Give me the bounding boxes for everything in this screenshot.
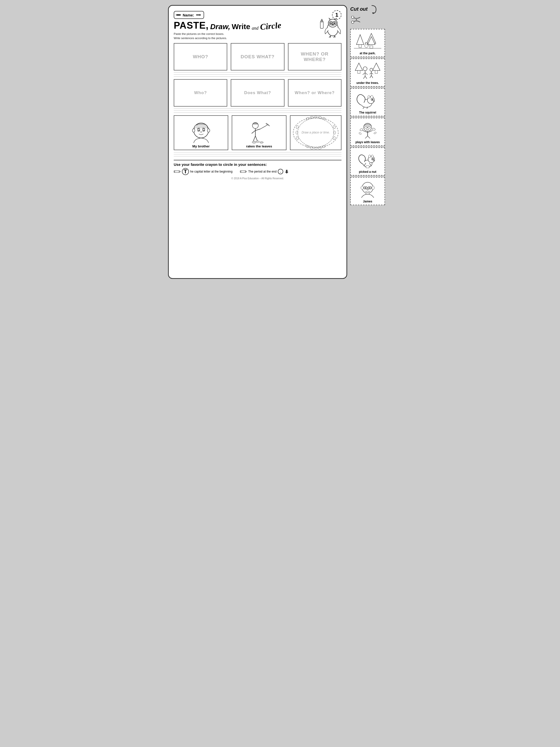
- writing-lines-2: [174, 108, 342, 113]
- cutout-label-6: James: [363, 200, 372, 203]
- writing-lines-1: [174, 73, 342, 77]
- cut-out-strip: Cut out: [347, 5, 387, 279]
- section2-does-what-box: Does What?: [231, 79, 284, 107]
- svg-point-55: [310, 147, 313, 149]
- svg-rect-20: [320, 21, 323, 28]
- leaf-wreath: [290, 116, 341, 150]
- rakes-drawing: [248, 121, 270, 144]
- curved-arrow-icon: [370, 5, 377, 14]
- svg-rect-88: [375, 71, 378, 74]
- instruction-text-1: he capital letter at the beginning: [190, 170, 233, 173]
- svg-marker-66: [179, 171, 181, 173]
- copyright: © 2018 A Plus Education – All Rights Res…: [174, 177, 342, 180]
- main-sheet: Name: 1 PASTE, Draw, Write and Circle: [168, 5, 347, 279]
- instruction-item-1: T he capital letter at the beginning: [174, 168, 233, 175]
- section3-brother-box: My brother: [174, 115, 228, 150]
- svg-point-59: [296, 125, 299, 129]
- svg-point-50: [310, 116, 313, 119]
- svg-point-48: [298, 118, 334, 147]
- svg-point-120: [372, 128, 376, 131]
- svg-marker-4: [199, 14, 201, 16]
- section3-draw-box[interactable]: Draw a place or time.: [290, 115, 342, 150]
- header-row: Name: 1: [174, 10, 342, 20]
- title-paste: PASTE,: [174, 20, 209, 31]
- svg-marker-69: [245, 171, 247, 173]
- svg-point-51: [314, 116, 317, 118]
- svg-point-128: [372, 159, 373, 160]
- svg-line-118: [368, 136, 370, 138]
- instruction-text-2: The period at the end: [248, 170, 276, 173]
- svg-point-82: [365, 43, 366, 44]
- svg-point-121: [358, 132, 362, 135]
- svg-point-140: [369, 187, 370, 188]
- svg-point-72: [351, 16, 354, 19]
- section1-who-box: WHO?: [174, 43, 227, 71]
- svg-line-99: [370, 75, 371, 78]
- svg-rect-70: [240, 171, 241, 172]
- svg-rect-67: [174, 171, 175, 172]
- svg-rect-2: [176, 15, 177, 16]
- squirrel2-image: [354, 151, 381, 168]
- svg-line-94: [365, 76, 367, 79]
- cutout-item-4: plays with leaves: [350, 118, 385, 146]
- svg-point-58: [322, 145, 326, 148]
- svg-marker-7: [329, 18, 331, 20]
- cutout-label-5: picked a nut: [359, 170, 376, 174]
- svg-point-83: [367, 43, 368, 44]
- svg-rect-3: [196, 15, 199, 16]
- instruction-title: Use your favorite crayon to circle in yo…: [174, 162, 342, 166]
- trees-image: [354, 32, 381, 50]
- section2-when-where-box: When? or Where?: [288, 79, 342, 107]
- writing-lines-3: [174, 152, 342, 156]
- svg-point-53: [322, 117, 326, 120]
- people-trees-image: [354, 62, 381, 79]
- cutout-label-4: plays with leaves: [355, 140, 380, 144]
- svg-point-32: [207, 129, 210, 132]
- name-box: Name:: [174, 11, 204, 19]
- svg-line-37: [256, 129, 260, 130]
- title-draw: Draw,: [210, 22, 230, 31]
- svg-point-95: [370, 68, 373, 71]
- svg-point-119: [359, 128, 363, 131]
- svg-rect-87: [358, 71, 360, 74]
- svg-point-125: [371, 155, 373, 158]
- svg-point-129: [373, 160, 375, 161]
- subtitle: Paste the pictures on the correct boxes.…: [174, 32, 342, 41]
- svg-rect-65: [174, 171, 179, 173]
- section3-rakes-box: rakes the leaves: [232, 115, 286, 150]
- svg-point-62: [332, 125, 336, 129]
- rakes-label: rakes the leaves: [246, 145, 272, 148]
- svg-marker-85: [355, 63, 363, 71]
- svg-point-138: [372, 186, 374, 189]
- svg-point-12: [334, 22, 336, 24]
- svg-point-107: [373, 101, 375, 102]
- pencil-left-icon: [176, 12, 181, 18]
- title-row: PASTE, Draw, Write and Circle: [174, 20, 342, 31]
- svg-point-26: [198, 129, 199, 131]
- svg-line-91: [363, 73, 365, 75]
- svg-point-28: [199, 130, 199, 130]
- svg-point-49: [305, 117, 310, 120]
- cutout-item-3: The squirrel: [350, 88, 385, 116]
- svg-line-44: [268, 124, 269, 126]
- boy-leaves-image: [354, 121, 381, 138]
- svg-line-117: [365, 136, 368, 138]
- scissors-area: [350, 16, 363, 27]
- instruction-row: T he capital letter at the beginning The…: [174, 168, 342, 175]
- bottom-instruction: Use your favorite crayon to circle in yo…: [174, 160, 342, 175]
- svg-point-11: [330, 22, 332, 24]
- cutout-item-2: under the trees.: [350, 58, 385, 87]
- svg-point-54: [305, 145, 310, 148]
- section2-who-box: Who?: [174, 79, 227, 107]
- scissors-icon: [350, 16, 363, 26]
- svg-line-93: [364, 76, 365, 79]
- svg-point-46: [256, 141, 259, 143]
- period-circle: .: [278, 169, 283, 174]
- svg-point-13: [331, 23, 332, 23]
- svg-line-97: [370, 73, 371, 74]
- svg-rect-76: [359, 45, 362, 48]
- svg-point-141: [366, 187, 366, 188]
- cutout-item-1: at the park.: [350, 29, 385, 57]
- svg-point-29: [204, 130, 204, 130]
- svg-marker-8: [335, 18, 337, 20]
